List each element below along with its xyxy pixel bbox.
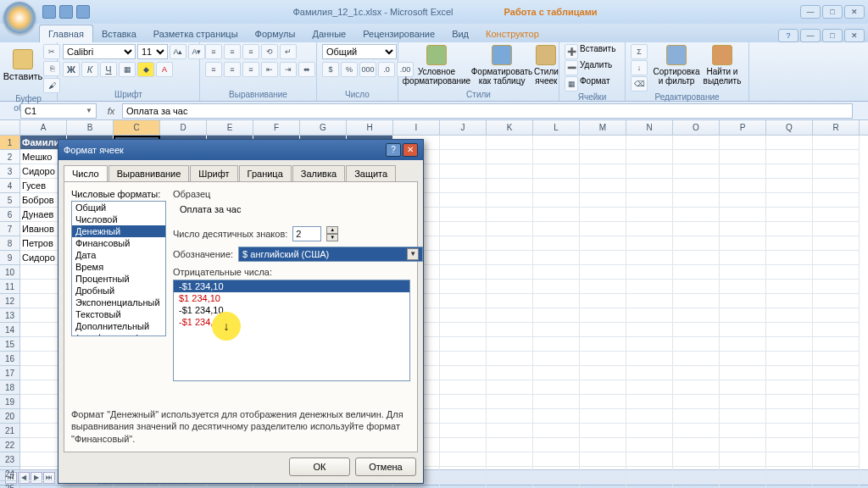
column-header[interactable]: P (720, 120, 766, 135)
dialog-tab-border[interactable]: Граница (239, 165, 292, 181)
cell[interactable] (440, 409, 487, 424)
cell[interactable] (626, 164, 673, 179)
cell[interactable] (673, 251, 720, 265)
cell[interactable] (673, 136, 720, 150)
tab-design[interactable]: Конструктор (477, 25, 548, 42)
cell[interactable] (720, 438, 766, 452)
close-button[interactable]: ✕ (844, 5, 865, 19)
cell[interactable] (440, 438, 487, 452)
cell[interactable] (440, 164, 487, 179)
dialog-titlebar[interactable]: Формат ячеек ? ✕ (58, 140, 423, 160)
cell[interactable] (440, 280, 487, 294)
cell[interactable] (533, 193, 580, 208)
cell[interactable] (533, 308, 580, 323)
cell[interactable] (626, 409, 673, 424)
cell[interactable] (673, 164, 720, 179)
select-all-corner[interactable] (0, 120, 20, 135)
cell[interactable] (813, 280, 860, 294)
format-list-item[interactable]: Дата (72, 249, 165, 261)
fill-button[interactable]: ↓ (631, 60, 648, 75)
help-button[interactable]: ? (778, 29, 798, 42)
tab-page-layout[interactable]: Разметка страницы (145, 25, 247, 42)
cell[interactable] (720, 280, 766, 294)
row-header[interactable]: 20 (0, 409, 20, 424)
name-box[interactable]: C1▼ (20, 103, 97, 119)
decimals-input[interactable] (292, 226, 321, 241)
column-header[interactable]: O (673, 120, 720, 135)
fx-button[interactable]: fx (103, 106, 119, 116)
cell[interactable] (580, 395, 626, 409)
tab-home[interactable]: Главная (39, 25, 93, 42)
cell[interactable] (626, 265, 673, 280)
cell[interactable] (487, 164, 533, 179)
negative-format-item[interactable]: -$1 234,10 (174, 304, 409, 316)
cell[interactable] (487, 323, 533, 337)
cell[interactable] (673, 337, 720, 352)
cell[interactable] (813, 337, 860, 352)
cell[interactable] (580, 337, 626, 352)
currency-symbol-select[interactable]: $ английский (США)▼ (238, 247, 423, 262)
underline-button[interactable]: Ч (100, 62, 117, 77)
column-header[interactable]: F (253, 120, 300, 135)
cell[interactable] (580, 366, 626, 380)
cell[interactable] (673, 150, 720, 164)
orientation-button[interactable]: ⟲ (261, 44, 278, 59)
cell[interactable] (673, 481, 720, 488)
align-left-button[interactable]: ≡ (205, 62, 222, 77)
cell[interactable] (626, 251, 673, 265)
column-header[interactable]: Q (766, 120, 813, 135)
cell[interactable] (533, 452, 580, 467)
autosum-button[interactable]: Σ (631, 44, 648, 59)
cell[interactable] (533, 136, 580, 150)
ok-button[interactable]: ОК (289, 458, 350, 476)
cell[interactable] (440, 308, 487, 323)
formula-input[interactable]: Оплата за час (122, 103, 853, 119)
cell[interactable] (766, 409, 813, 424)
format-list-item[interactable]: (все форматы) (72, 332, 165, 336)
cell[interactable] (766, 265, 813, 280)
row-header[interactable]: 7 (0, 222, 20, 236)
cell[interactable] (487, 409, 533, 424)
cell[interactable] (720, 251, 766, 265)
cell[interactable] (626, 337, 673, 352)
qat-redo-icon[interactable] (76, 5, 90, 19)
cell[interactable] (533, 251, 580, 265)
row-header[interactable]: 12 (0, 294, 20, 308)
cell[interactable] (626, 452, 673, 467)
row-header[interactable]: 14 (0, 323, 20, 337)
cell[interactable] (626, 395, 673, 409)
cell[interactable] (580, 222, 626, 236)
column-header[interactable]: I (393, 120, 440, 135)
cell[interactable] (720, 323, 766, 337)
cell[interactable] (720, 337, 766, 352)
cell[interactable] (766, 323, 813, 337)
cell[interactable] (673, 366, 720, 380)
cell[interactable] (580, 193, 626, 208)
cell[interactable] (626, 467, 673, 481)
cell[interactable] (813, 265, 860, 280)
cell[interactable] (766, 222, 813, 236)
cell[interactable] (720, 481, 766, 488)
cell[interactable] (813, 294, 860, 308)
cell[interactable] (440, 323, 487, 337)
cell[interactable] (626, 294, 673, 308)
cell[interactable] (533, 467, 580, 481)
cell[interactable] (487, 424, 533, 438)
dialog-help-button[interactable]: ? (386, 143, 401, 157)
row-header[interactable]: 16 (0, 352, 20, 366)
cell[interactable] (766, 395, 813, 409)
cell[interactable] (487, 352, 533, 366)
cell[interactable] (813, 251, 860, 265)
cell[interactable] (440, 452, 487, 467)
cell[interactable] (673, 395, 720, 409)
cell[interactable] (766, 179, 813, 193)
cell[interactable] (580, 179, 626, 193)
row-header[interactable]: 17 (0, 366, 20, 380)
cell[interactable] (673, 280, 720, 294)
negative-numbers-list[interactable]: -$1 234,10$1 234,10-$1 234,10-$1 234,10 (173, 280, 410, 381)
inc-decimal-button[interactable]: .0 (378, 62, 395, 77)
cell[interactable] (580, 380, 626, 395)
cell[interactable] (626, 136, 673, 150)
dialog-tab-protection[interactable]: Защита (346, 165, 396, 181)
indent-inc-button[interactable]: ⇥ (280, 62, 297, 77)
